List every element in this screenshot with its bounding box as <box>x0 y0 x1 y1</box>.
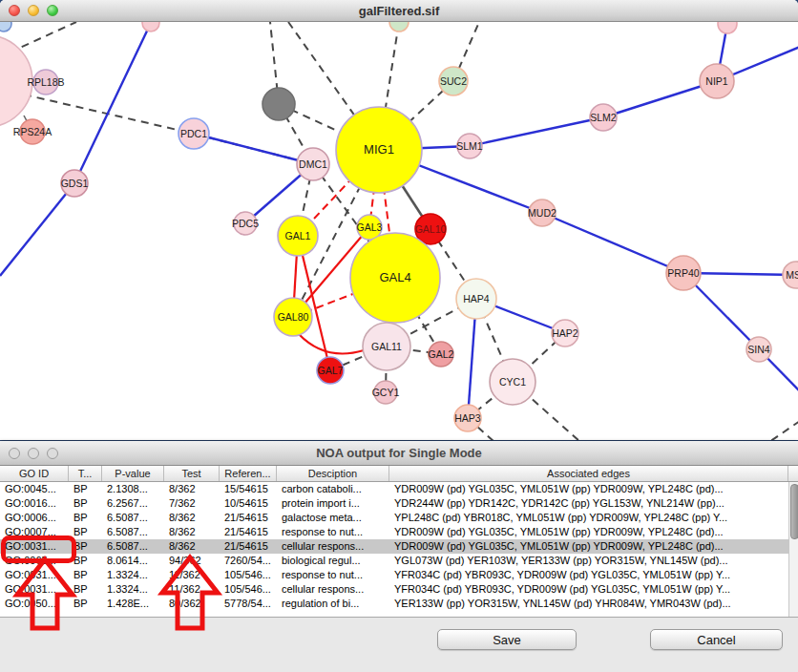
node-HAP4[interactable]: HAP4 <box>456 279 496 319</box>
node-DMC1[interactable]: DMC1 <box>297 148 329 180</box>
table-cell: YDR009W (pd) YGL035C, YML051W (pp) YDR00… <box>389 525 788 539</box>
table-cell: cellular respons... <box>277 539 389 554</box>
close-button[interactable] <box>9 5 20 16</box>
node-HAP3[interactable]: HAP3 <box>454 405 481 431</box>
table-cell: BP <box>69 511 102 525</box>
edge-dashed <box>10 22 76 52</box>
minimize-button[interactable] <box>28 5 39 16</box>
table-cell: YDR009W (pd) YGL035C, YML051W (pp) YDR00… <box>389 482 788 496</box>
edge-blue <box>470 117 603 146</box>
node-CYC1[interactable]: CYC1 <box>490 359 536 405</box>
node-label: GAL1 <box>285 230 311 242</box>
scrollbar-thumb[interactable] <box>790 484 798 539</box>
node-GAL7[interactable]: GAL7 <box>317 357 344 384</box>
node-label: GDS1 <box>61 178 89 189</box>
cancel-button[interactable]: Cancel <box>650 629 783 650</box>
table-cell: YDR009W (pd) YGL035C, YML051W (pp) YDR00… <box>389 539 788 554</box>
edge-blue <box>0 183 74 276</box>
node-MUD2[interactable]: MUD2 <box>528 200 556 226</box>
node-unlabeled-corner[interactable] <box>0 22 11 32</box>
table-cell: GO:0016... <box>0 496 69 511</box>
graph-window-titlebar[interactable]: galFiltered.sif <box>0 0 798 22</box>
node-label: MIG1 <box>364 142 394 157</box>
node-unlabeled-top-2[interactable] <box>389 22 409 32</box>
column-header-desciption[interactable]: Desciption <box>277 466 389 481</box>
node-MSL[interactable]: MSL <box>783 262 798 288</box>
node-label: DMC1 <box>299 158 327 170</box>
table-row[interactable]: GO:0050...BP1.428E...80/3625778/54...reg… <box>0 597 798 611</box>
table-cell: GO:0006... <box>0 511 69 525</box>
table-header-row: GO IDT...P-valueTestReferen...Desciption… <box>0 466 798 482</box>
table-cell: regulation of bi... <box>277 597 389 611</box>
zoom-button[interactable] <box>47 5 58 16</box>
node-label: CYC1 <box>499 376 526 388</box>
node-SLM1[interactable]: SLM1 <box>456 134 483 158</box>
table-cell: cellular respons... <box>277 582 389 597</box>
node-MIG1[interactable]: MIG1 <box>336 107 422 193</box>
vertical-scrollbar[interactable] <box>788 482 798 617</box>
node-unlabeled-gray[interactable] <box>262 88 295 120</box>
node-PRP40[interactable]: PRP40 <box>666 256 701 290</box>
node-GAL4[interactable]: GAL4 <box>350 233 440 323</box>
node-GAL80[interactable]: GAL80 <box>274 298 312 336</box>
table-row[interactable]: GO:0031...BP6.5087...8/36221/54615cellul… <box>0 539 798 554</box>
column-header-test[interactable]: Test <box>164 466 220 481</box>
network-view-window: galFiltered.sif RPL18BRPS24AGDS1PDC1DMC1… <box>0 0 798 440</box>
node-GDS1[interactable]: GDS1 <box>61 170 89 197</box>
table-row[interactable]: GO:0007...BP6.5087...8/36221/54615respon… <box>0 525 798 539</box>
node-label: PRP40 <box>667 267 699 279</box>
noa-window-titlebar[interactable]: NOA output for Single Mode <box>0 441 798 466</box>
node-GCY1[interactable]: GCY1 <box>372 381 400 404</box>
table-cell: YFR034C (pd) YBR093C, YDR009W (pd) YGL03… <box>389 582 788 597</box>
table-cell: response to nut... <box>277 568 389 582</box>
table-row[interactable]: GO:0065...BP8.0614...94/3627260/54...bio… <box>0 554 798 568</box>
node-label: GAL10 <box>415 223 447 235</box>
save-button[interactable]: Save <box>437 629 577 650</box>
table-cell: BP <box>69 597 102 611</box>
node-label: HAP3 <box>454 412 481 424</box>
table-cell: BP <box>69 482 102 496</box>
column-header-go-id[interactable]: GO ID <box>0 466 69 481</box>
table-row[interactable]: GO:0031...BP1.3324...11/362105/546...res… <box>0 568 798 582</box>
table-row[interactable]: GO:0016...BP6.2567...7/36210/54615protei… <box>0 496 798 511</box>
table-row[interactable]: GO:0045...BP2.1308...8/36215/54615carbon… <box>0 482 798 496</box>
table-cell: GO:0031... <box>0 582 69 597</box>
node-GAL1[interactable]: GAL1 <box>278 216 318 256</box>
node-GAL2[interactable]: GAL2 <box>429 342 454 367</box>
table-cell: 6.5087... <box>102 511 164 525</box>
node-SUC2[interactable]: SUC2 <box>439 67 468 95</box>
node-unlabeled-top-1[interactable] <box>142 22 159 32</box>
table-cell: BP <box>69 539 102 554</box>
edge-dashed <box>769 421 798 440</box>
zoom-button[interactable] <box>47 448 58 459</box>
node-HAP2[interactable]: HAP2 <box>552 320 578 346</box>
node-GAL11[interactable]: GAL11 <box>363 323 410 370</box>
table-cell: 1.3324... <box>102 582 164 597</box>
table-row[interactable]: GO:0031...BP1.3324...11/362105/546...cel… <box>0 582 798 597</box>
node-RPS24A[interactable]: RPS24A <box>13 119 52 144</box>
table-cell: GO:0031... <box>0 568 69 582</box>
table-cell: 21/54615 <box>220 511 277 525</box>
table-cell: 6.5087... <box>102 525 164 539</box>
node-RPL18B[interactable]: RPL18B <box>27 70 64 94</box>
column-header-p-value[interactable]: P-value <box>102 466 164 481</box>
table-row[interactable]: GO:0006...BP6.5087...8/36221/54615galact… <box>0 511 798 525</box>
node-NIP1[interactable]: NIP1 <box>700 64 734 98</box>
node-SLM2[interactable]: SLM2 <box>590 104 617 131</box>
column-header-referen[interactable]: Referen... <box>220 466 277 481</box>
table-cell: GO:0065... <box>0 554 69 568</box>
table-cell: 8/362 <box>164 482 220 496</box>
table-cell: 105/546... <box>220 582 277 597</box>
node-unlabeled-top-right[interactable] <box>718 22 737 33</box>
node-SIN4[interactable]: SIN4 <box>746 337 771 362</box>
close-button[interactable] <box>9 448 20 459</box>
minimize-button[interactable] <box>28 448 39 459</box>
node-label: GAL2 <box>429 348 454 360</box>
column-header-associated-edges[interactable]: Associated edges <box>389 466 788 481</box>
column-header-t[interactable]: T... <box>69 466 102 481</box>
network-canvas[interactable]: RPL18BRPS24AGDS1PDC1DMC1MIG1SUC2SLM1PDC5… <box>0 22 798 440</box>
table-cell: 21/54615 <box>220 539 277 554</box>
node-PDC1[interactable]: PDC1 <box>178 118 209 149</box>
table-cell: galactose meta... <box>277 511 389 525</box>
table-cell: GO:0007... <box>0 525 69 539</box>
